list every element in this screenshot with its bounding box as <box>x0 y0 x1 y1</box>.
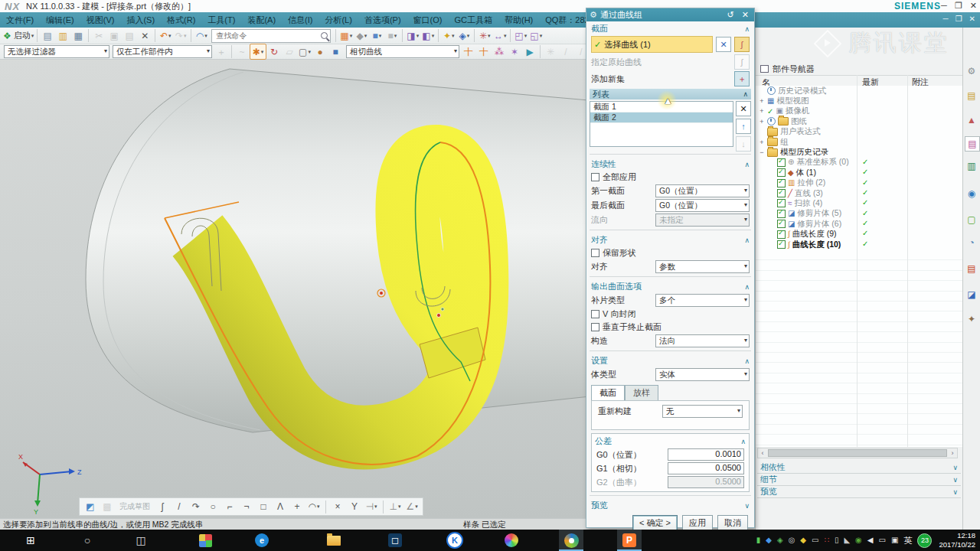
tray-usb-green-icon[interactable]: ▮ <box>756 536 761 544</box>
tray-camera-icon[interactable]: ◎ <box>789 536 795 544</box>
taskbar-clock[interactable]: 12:182017/10/22 <box>939 531 975 549</box>
menu-item[interactable]: 文件(F) <box>0 12 40 28</box>
lasso-icon[interactable]: ▢▾ <box>297 44 312 59</box>
start-button[interactable]: ⊞ <box>18 530 43 551</box>
window-layout-icon[interactable]: ▦▾ <box>338 28 354 43</box>
navigator-tree-row[interactable]: 历史记录模式 <box>756 86 962 96</box>
move-up-button[interactable]: ↑ <box>736 119 751 134</box>
feature-visibility-checkbox[interactable] <box>777 179 786 187</box>
normal-to-end-row[interactable]: 垂直于终止截面 <box>586 321 754 334</box>
navigator-tree-row[interactable]: ◆体 (1)✓ <box>756 168 962 178</box>
scroll-right-icon[interactable]: › <box>948 449 957 457</box>
menu-item[interactable]: 分析(L) <box>318 12 358 28</box>
navigator-panel-1[interactable]: 细节∨ <box>757 474 961 486</box>
tray-sync-icon[interactable]: ◆ <box>766 536 772 544</box>
navigator-settings-icon[interactable]: ⚙ <box>965 64 978 78</box>
menu-item[interactable]: 工具(T) <box>201 12 241 28</box>
tab-loft[interactable]: 放样 <box>625 385 658 400</box>
datum-icon[interactable]: ◆▾ <box>354 28 369 43</box>
tab-section[interactable]: 截面 <box>591 385 625 400</box>
task-view-button[interactable]: ◫ <box>129 530 153 551</box>
preview-header[interactable]: 预览∨ <box>586 498 754 512</box>
extend-tool-icon[interactable]: Y <box>347 500 362 514</box>
extrude-icon[interactable]: ◨▾ <box>405 28 420 43</box>
save-icon[interactable]: ▦ <box>70 28 86 43</box>
hd3d-tools-icon[interactable]: ◉ <box>965 187 978 201</box>
delete-icon[interactable]: ✕ <box>137 28 152 43</box>
continuity-header[interactable]: 连续性∧ <box>586 157 754 171</box>
navigator-tree-row[interactable]: ▥拉伸 (2)✓ <box>756 178 962 188</box>
navigator-tree-row[interactable]: ╱直线 (3)✓ <box>756 188 962 198</box>
open-icon[interactable]: ▥ <box>55 28 70 43</box>
navigator-tree-row[interactable]: ≈扫掠 (4)✓ <box>756 198 962 208</box>
navigator-tree-row[interactable]: ◪修剪片体 (5)✓ <box>756 209 962 219</box>
angle-tool-icon[interactable]: ∠▾ <box>404 500 420 514</box>
command-finder-search[interactable] <box>211 29 331 43</box>
undo-icon[interactable]: ↶▾ <box>158 28 173 43</box>
navigator-tree-row[interactable]: 用户表达式 <box>756 127 962 137</box>
tray-message-icon[interactable]: ▣ <box>891 536 898 544</box>
doc-minimize-button[interactable]: ─ <box>943 15 949 23</box>
part-navigator-icon[interactable]: ▤ <box>965 136 980 152</box>
scroll-left-icon[interactable]: ‹ <box>758 449 767 457</box>
revolve-icon[interactable]: ◧▾ <box>420 28 436 43</box>
curve-rule-button[interactable]: ʃ <box>734 37 750 52</box>
color-palette-icon[interactable]: ▤ <box>965 262 978 276</box>
dialog-close-icon[interactable]: ✕ <box>740 10 751 20</box>
tray-usb-icon[interactable]: ▯ <box>835 536 839 544</box>
ime-indicator[interactable]: 英 <box>903 535 912 546</box>
navigator-tree-row[interactable]: +▦模型视图 <box>756 96 962 106</box>
store-app[interactable]: ◻ <box>383 530 407 551</box>
selection-filter-dropdown[interactable]: 无选择过滤器 <box>4 45 109 58</box>
section-list-item[interactable]: 截面 2 <box>590 112 733 123</box>
sketch-start-icon[interactable]: ◩ <box>83 500 98 514</box>
navigator-tree-row[interactable]: ◪修剪片体 (6)✓ <box>756 219 962 229</box>
tangent-curves-icon[interactable]: 十 <box>461 44 476 59</box>
studio-spline-icon[interactable]: ʃ <box>155 500 170 514</box>
menu-item[interactable]: GC工具箱 <box>448 12 498 28</box>
rotate-point-icon[interactable]: ↻ <box>266 44 282 59</box>
show-hide-icon[interactable]: ✦▾ <box>441 28 456 43</box>
perp-tool-icon[interactable]: ⊥▾ <box>387 500 403 514</box>
color-wheel-app[interactable] <box>499 530 524 551</box>
navigator-panel-0[interactable]: 相依性∨ <box>757 461 961 474</box>
section-header[interactable]: 截面∧ <box>586 21 754 35</box>
tray-signal-icon[interactable]: ◣ <box>844 536 850 544</box>
point-tool-icon[interactable]: + <box>289 500 305 514</box>
feature-visibility-checkbox[interactable] <box>777 168 786 177</box>
blob-tool-icon[interactable]: ◠▾ <box>306 500 322 514</box>
dialog-titlebar[interactable]: ⚙ 通过曲线组 ↺ ✕ <box>586 8 754 21</box>
line-tool-icon[interactable]: / <box>172 500 187 514</box>
solid-cube-icon[interactable]: ■▾ <box>369 28 384 43</box>
cancel-button[interactable]: 取消 <box>717 515 748 531</box>
move-face-icon[interactable]: ◰▾ <box>513 28 528 43</box>
tray-network-icon[interactable]: ▭ <box>879 536 886 544</box>
body-type-dropdown[interactable]: 实体 <box>655 368 750 381</box>
g1-tolerance-input[interactable]: 0.0500 <box>668 462 744 474</box>
navigator-tree-row[interactable]: +图纸 <box>756 116 962 126</box>
scroll-thumb[interactable] <box>768 449 947 457</box>
first-section-dropdown[interactable]: G0（位置） <box>655 184 750 197</box>
dialog-reset-icon[interactable]: ↺ <box>725 10 737 20</box>
sphere-icon[interactable]: ● <box>312 44 328 59</box>
apply-all-checkbox-row[interactable]: 全部应用 <box>586 171 754 184</box>
deselect-button[interactable]: ✕ <box>716 37 731 52</box>
through-curves-icon[interactable]: ◠▾ <box>194 28 209 43</box>
selection-scope-dropdown[interactable]: 仅在工作部件内 <box>113 45 212 58</box>
navigator-hscrollbar[interactable]: ‹ › <box>757 448 958 458</box>
feature-visibility-checkbox[interactable] <box>777 210 786 218</box>
search-button[interactable]: ○ <box>75 530 100 551</box>
menu-item[interactable]: 视图(V) <box>80 12 121 28</box>
menu-item[interactable]: 首选项(P) <box>358 12 407 28</box>
select-curve-field[interactable]: ✓ 选择曲线 (1) <box>591 36 713 53</box>
navigator-tree-row[interactable]: −模型历史记录 <box>756 147 962 157</box>
construction-dropdown[interactable]: 法向 <box>655 334 750 347</box>
constrain-tool-icon[interactable]: ⊣▾ <box>364 500 379 514</box>
rebuild-dropdown[interactable]: 无 <box>662 405 743 418</box>
new-file-icon[interactable]: ▤ <box>40 28 55 43</box>
blank-view-icon[interactable]: ■▾ <box>384 28 400 43</box>
feature-visibility-checkbox[interactable] <box>777 158 786 167</box>
pinwheel-app[interactable] <box>193 530 217 551</box>
doc-close-button[interactable]: ✕ <box>969 15 975 23</box>
tray-virus-icon[interactable]: ∷ <box>825 536 829 544</box>
